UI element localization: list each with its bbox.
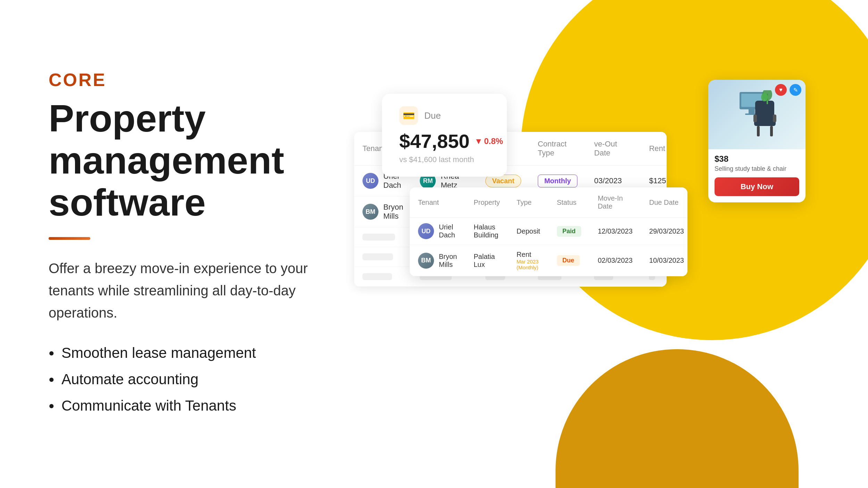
left-panel: CORE Property management software Offer … bbox=[49, 69, 319, 424]
feature-item-3: Communicate with Tenants bbox=[49, 397, 319, 414]
due-card: 💳 Due $47,850 ▼ 0.8% vs $41,600 last mon… bbox=[382, 94, 507, 177]
chair-price: $38 bbox=[708, 149, 806, 165]
avatar: BM bbox=[362, 204, 378, 220]
pay-status-2: Due bbox=[549, 245, 590, 276]
pay-movein-1: 12/03/2023 bbox=[590, 218, 641, 245]
divider bbox=[49, 237, 90, 240]
pay-type-2: Rent Mar 2023 (Monthly) bbox=[508, 245, 549, 276]
payment-row: UD Uriel Dach Halaus Building Deposit Pa… bbox=[410, 218, 687, 245]
svg-rect-6 bbox=[757, 126, 760, 136]
due-change: ▼ 0.8% bbox=[474, 136, 503, 146]
payment-table-container: Tenant Property Type Status Move-In Date… bbox=[410, 187, 687, 276]
svg-point-12 bbox=[761, 93, 768, 101]
heading-line2: software bbox=[49, 181, 206, 224]
pay-due-2: 10/03/2023 bbox=[641, 245, 687, 276]
pay-col-property: Property bbox=[465, 187, 508, 218]
gold-arc-bg bbox=[556, 349, 799, 488]
avatar: UD bbox=[418, 223, 434, 239]
col-moveout: ve-Out Date bbox=[586, 132, 641, 166]
due-icon: 💳 bbox=[399, 106, 418, 125]
svg-rect-7 bbox=[770, 126, 773, 136]
right-panel: 💳 Due $47,850 ▼ 0.8% vs $41,600 last mon… bbox=[312, 0, 868, 488]
pay-due-1: 29/03/2023 bbox=[641, 218, 687, 245]
due-label: Due bbox=[424, 110, 441, 121]
heading-line1: Property management bbox=[49, 97, 284, 182]
payment-row: BM Bryon Mills Palatia Lux Rent Mar 2023… bbox=[410, 245, 687, 276]
chair-svg bbox=[736, 90, 778, 139]
svg-rect-2 bbox=[749, 109, 755, 113]
feature-item-2: Automate accounting bbox=[49, 371, 319, 388]
pay-tenant-2: BM Bryon Mills bbox=[410, 245, 465, 276]
svg-rect-8 bbox=[753, 115, 757, 122]
col-rent: Rent bbox=[641, 132, 667, 166]
pay-col-status: Status bbox=[549, 187, 590, 218]
due-sub: vs $41,600 last month bbox=[399, 155, 490, 164]
avatar: BM bbox=[418, 253, 434, 269]
chair-desc: Selling study table & chair bbox=[708, 165, 806, 177]
heart-icon[interactable]: ♥ bbox=[775, 84, 787, 96]
pay-movein-2: 02/03/2023 bbox=[590, 245, 641, 276]
col-contract: Contract Type bbox=[529, 132, 586, 166]
feature-item-1: Smoothen lease management bbox=[49, 345, 319, 361]
feature-list: Smoothen lease management Automate accou… bbox=[49, 345, 319, 414]
chair-card-icons: ♥ ✎ bbox=[775, 84, 801, 96]
due-card-header: 💳 Due bbox=[399, 106, 490, 125]
contract-badge: Monthly bbox=[538, 175, 578, 187]
svg-rect-4 bbox=[755, 101, 774, 121]
payment-table: Tenant Property Type Status Move-In Date… bbox=[410, 187, 687, 276]
brand-label: CORE bbox=[49, 69, 319, 90]
chair-image: ♥ ✎ bbox=[708, 80, 806, 149]
svg-rect-9 bbox=[773, 115, 776, 122]
edit-icon[interactable]: ✎ bbox=[790, 84, 801, 96]
paid-badge: Paid bbox=[557, 226, 581, 237]
due-amount: $47,850 ▼ 0.8% bbox=[399, 130, 490, 152]
chair-product-card: ♥ ✎ bbox=[708, 80, 806, 202]
pay-property-1: Halaus Building bbox=[465, 218, 508, 245]
type-sub: Mar 2023 (Monthly) bbox=[517, 259, 540, 270]
pay-col-type: Type bbox=[508, 187, 549, 218]
pay-status-1: Paid bbox=[549, 218, 590, 245]
pay-col-tenant: Tenant bbox=[410, 187, 465, 218]
pay-tenant-1: UD Uriel Dach bbox=[410, 218, 465, 245]
avatar: UD bbox=[362, 173, 378, 189]
buy-now-button[interactable]: Buy Now bbox=[715, 177, 799, 196]
pay-property-2: Palatia Lux bbox=[465, 245, 508, 276]
main-heading: Property management software bbox=[49, 97, 319, 223]
pay-type-1: Deposit bbox=[508, 218, 549, 245]
svg-rect-5 bbox=[754, 120, 776, 126]
tenant-cell-2: BM Bryon Mills bbox=[354, 196, 411, 227]
pay-col-movein: Move-In Date bbox=[590, 187, 641, 218]
pay-col-due: Due Date bbox=[641, 187, 687, 218]
due-badge: Due bbox=[557, 255, 580, 266]
description: Offer a breezy move-in experience to you… bbox=[49, 257, 319, 324]
